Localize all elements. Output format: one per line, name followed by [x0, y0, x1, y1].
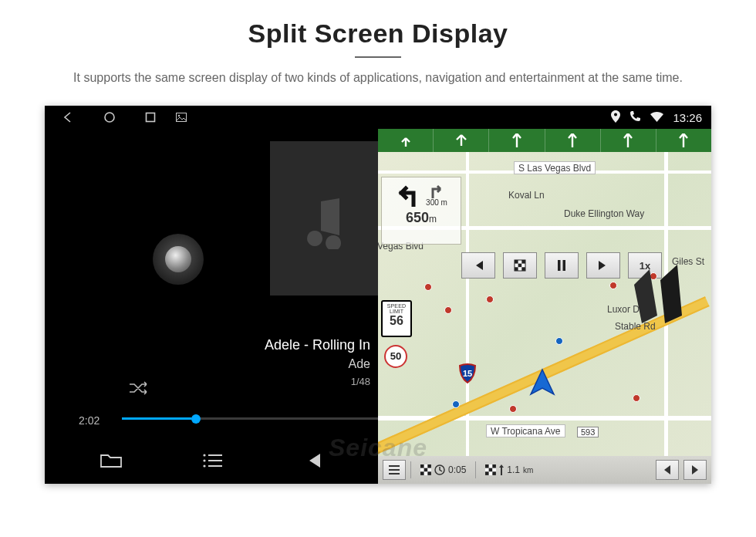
street-label: Koval Ln	[505, 189, 548, 201]
turn-left-icon	[395, 181, 421, 207]
track-artist: Ade	[349, 357, 370, 371]
home-circle-icon[interactable]	[103, 111, 116, 123]
address-number-badge: 593	[577, 427, 599, 437]
location-pin-icon[interactable]	[611, 110, 620, 125]
remaining-distance-segment: 1.1km	[481, 464, 538, 475]
svg-rect-17	[558, 260, 561, 271]
svg-point-4	[203, 454, 205, 456]
picture-notification-icon[interactable]	[176, 113, 187, 122]
phone-icon[interactable]	[629, 110, 641, 124]
turn-right-secondary-icon	[430, 181, 444, 198]
svg-rect-24	[420, 464, 424, 468]
recent-square-icon[interactable]	[145, 112, 156, 123]
lane-arrow	[545, 129, 601, 152]
svg-rect-31	[485, 464, 489, 468]
playback-progress[interactable]	[122, 417, 378, 420]
wifi-icon	[650, 111, 663, 124]
lane-arrow	[656, 129, 711, 152]
lane-arrow	[489, 129, 545, 152]
previous-track-icon[interactable]	[303, 451, 323, 473]
back-icon[interactable]	[62, 111, 74, 123]
poi-icon[interactable]	[486, 296, 494, 303]
svg-rect-28	[427, 471, 431, 475]
distance-arrow-icon	[499, 464, 504, 475]
svg-rect-18	[563, 260, 566, 271]
svg-rect-26	[424, 468, 428, 472]
poi-icon[interactable]	[424, 283, 432, 291]
svg-rect-32	[493, 464, 497, 468]
checkered-flag-icon	[485, 464, 496, 475]
svg-rect-33	[489, 468, 493, 472]
current-position-arrow-icon	[528, 368, 557, 400]
shuffle-icon[interactable]	[128, 380, 150, 399]
page-title: Split Screen Display	[0, 19, 756, 49]
lane-arrow	[434, 129, 489, 152]
svg-rect-14	[518, 264, 522, 268]
lane-arrow	[378, 129, 434, 152]
elapsed-time: 2:02	[79, 414, 100, 427]
eta-segment: 0:05	[416, 464, 471, 475]
svg-rect-16	[521, 267, 525, 271]
nav-bottom-bar: 0:05 1.1km	[378, 456, 711, 484]
title-underline	[355, 56, 401, 58]
svg-point-3	[178, 115, 180, 117]
status-bar: 13:26	[378, 106, 711, 129]
poi-gas-icon[interactable]	[452, 400, 460, 408]
svg-point-10	[614, 113, 617, 116]
music-note-icon	[293, 187, 355, 249]
svg-point-0	[105, 113, 114, 122]
status-time: 13:26	[673, 111, 702, 124]
current-speed-sign: 50	[384, 345, 407, 368]
turn-panel: 300 m 650m	[381, 177, 461, 245]
poi-icon[interactable]	[444, 306, 452, 314]
track-index: 1/48	[351, 376, 370, 387]
svg-rect-13	[521, 260, 525, 264]
svg-point-6	[203, 459, 205, 461]
interstate-shield-icon: 15	[458, 363, 477, 383]
map-canvas[interactable]: S Las Vegas Blvd Koval Ln Duke Ellington…	[378, 152, 711, 456]
clock-icon	[434, 464, 445, 475]
map-next-button[interactable]	[586, 252, 620, 279]
street-label: W Tropicana Ave	[486, 424, 565, 437]
svg-rect-15	[515, 267, 518, 271]
device-screenshot: Adele - Rolling In Ade 1/48 2:02	[45, 106, 711, 484]
svg-point-8	[203, 464, 205, 467]
poi-icon[interactable]	[633, 394, 640, 402]
lane-arrow	[601, 129, 656, 152]
nav-right-button[interactable]	[683, 460, 707, 480]
svg-rect-12	[515, 260, 518, 264]
track-title: Adele - Rolling In	[265, 337, 370, 353]
checkered-flag-icon	[420, 464, 431, 475]
svg-rect-2	[177, 113, 187, 122]
svg-text:15: 15	[463, 369, 472, 378]
music-bottom-bar	[45, 441, 378, 484]
poi-gas-icon[interactable]	[555, 337, 563, 345]
map-pause-button[interactable]	[545, 252, 579, 279]
turn-distance: 650m	[406, 210, 437, 226]
poi-icon[interactable]	[509, 405, 517, 413]
nav-menu-button[interactable]	[383, 460, 406, 480]
secondary-turn-distance: 300 m	[426, 198, 447, 207]
album-art-placeholder	[270, 141, 378, 296]
joystick-control[interactable]	[153, 234, 204, 285]
navigation-pane: 13:26 S Las Vegas Blvd Koval Ln Duke Ell…	[378, 106, 711, 484]
poi-icon[interactable]	[609, 282, 617, 289]
svg-rect-35	[493, 471, 497, 475]
nav-left-button[interactable]	[656, 460, 679, 480]
music-pane: Adele - Rolling In Ade 1/48 2:02	[45, 106, 378, 484]
street-label: S Las Vegas Blvd	[514, 161, 596, 174]
svg-rect-1	[147, 113, 155, 122]
map-destination-button[interactable]	[503, 252, 537, 279]
system-nav-bar	[45, 106, 378, 129]
svg-rect-34	[485, 471, 489, 475]
svg-rect-27	[420, 471, 424, 475]
street-label: Duke Ellington Way	[560, 208, 648, 219]
building-icon	[634, 262, 688, 323]
map-prev-button[interactable]	[461, 252, 495, 279]
lane-guidance-bar	[378, 129, 711, 152]
page-subtitle: It supports the same screen display of t…	[54, 69, 702, 87]
playlist-icon[interactable]	[202, 452, 224, 472]
svg-rect-25	[427, 464, 431, 468]
folder-icon[interactable]	[100, 451, 123, 473]
speed-limit-sign: SPEED LIMIT 56	[381, 300, 412, 337]
